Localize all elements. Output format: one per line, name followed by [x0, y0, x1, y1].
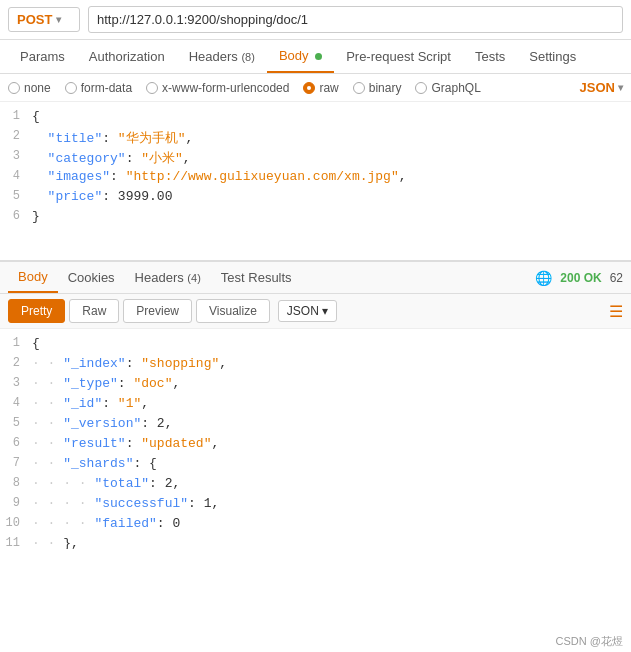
tab-settings[interactable]: Settings: [517, 41, 588, 72]
body-options-row: none form-data x-www-form-urlencoded raw…: [0, 74, 631, 102]
response-format-dropdown[interactable]: JSON ▾: [278, 300, 337, 322]
wrap-icon[interactable]: ☰: [609, 302, 623, 321]
response-line: 6· · "result": "updated",: [0, 435, 631, 455]
format-dropdown[interactable]: JSON ▾: [580, 80, 623, 95]
response-line: 11· · },: [0, 535, 631, 549]
radio-binary: [353, 82, 365, 94]
response-line: 4· · "_id": "1",: [0, 395, 631, 415]
resp-tab-headers[interactable]: Headers (4): [125, 263, 211, 292]
response-tabs-row: Body Cookies Headers (4) Test Results 🌐 …: [0, 262, 631, 294]
request-line: 1{: [0, 108, 631, 128]
option-graphql[interactable]: GraphQL: [415, 81, 480, 95]
resp-tab-test-results[interactable]: Test Results: [211, 263, 302, 292]
url-input[interactable]: [88, 6, 623, 33]
option-none[interactable]: none: [8, 81, 51, 95]
btn-raw[interactable]: Raw: [69, 299, 119, 323]
status-ok: 200 OK: [560, 271, 601, 285]
request-line: 2 "title": "华为手机",: [0, 128, 631, 148]
radio-graphql: [415, 82, 427, 94]
radio-form-data: [65, 82, 77, 94]
tab-body[interactable]: Body: [267, 40, 334, 73]
format-chevron: ▾: [618, 82, 623, 93]
btn-pretty[interactable]: Pretty: [8, 299, 65, 323]
btn-visualize[interactable]: Visualize: [196, 299, 270, 323]
response-line: 8· · · · "total": 2,: [0, 475, 631, 495]
request-line: 3 "category": "小米",: [0, 148, 631, 168]
method-chevron: ▾: [56, 14, 61, 25]
response-line: 1{: [0, 335, 631, 355]
radio-raw: [303, 82, 315, 94]
method-dropdown[interactable]: POST ▾: [8, 7, 80, 32]
option-binary[interactable]: binary: [353, 81, 402, 95]
tab-params[interactable]: Params: [8, 41, 77, 72]
response-line: 7· · "_shards": {: [0, 455, 631, 475]
top-bar: POST ▾: [0, 0, 631, 40]
response-line: 3· · "_type": "doc",: [0, 375, 631, 395]
request-code-editor[interactable]: 1{2 "title": "华为手机",3 "category": "小米",4…: [0, 102, 631, 262]
format-row: Pretty Raw Preview Visualize JSON ▾ ☰: [0, 294, 631, 329]
response-line: 2· · "_index": "shopping",: [0, 355, 631, 375]
response-size: 62: [610, 271, 623, 285]
request-line: 6}: [0, 208, 631, 228]
response-code-editor[interactable]: 1{2· · "_index": "shopping",3· · "_type"…: [0, 329, 631, 549]
option-raw[interactable]: raw: [303, 81, 338, 95]
resp-tab-cookies[interactable]: Cookies: [58, 263, 125, 292]
tab-pre-request[interactable]: Pre-request Script: [334, 41, 463, 72]
radio-none: [8, 82, 20, 94]
method-label: POST: [17, 12, 52, 27]
response-line: 10· · · · "failed": 0: [0, 515, 631, 535]
request-line: 4 "images": "http://www.gulixueyuan.com/…: [0, 168, 631, 188]
globe-icon: 🌐: [535, 270, 552, 286]
response-status-area: 🌐 200 OK 62: [535, 270, 623, 286]
tab-headers[interactable]: Headers (8): [177, 41, 267, 72]
resp-tab-body[interactable]: Body: [8, 262, 58, 293]
response-line: 9· · · · "successful": 1,: [0, 495, 631, 515]
btn-preview[interactable]: Preview: [123, 299, 192, 323]
resp-format-chevron: ▾: [322, 304, 328, 318]
tab-authorization[interactable]: Authorization: [77, 41, 177, 72]
request-line: 5 "price": 3999.00: [0, 188, 631, 208]
option-form-data[interactable]: form-data: [65, 81, 132, 95]
tab-tests[interactable]: Tests: [463, 41, 517, 72]
request-tabs-row: Params Authorization Headers (8) Body Pr…: [0, 40, 631, 74]
option-urlencoded[interactable]: x-www-form-urlencoded: [146, 81, 289, 95]
radio-urlencoded: [146, 82, 158, 94]
response-line: 5· · "_version": 2,: [0, 415, 631, 435]
footer: CSDN @花煜: [548, 631, 631, 652]
